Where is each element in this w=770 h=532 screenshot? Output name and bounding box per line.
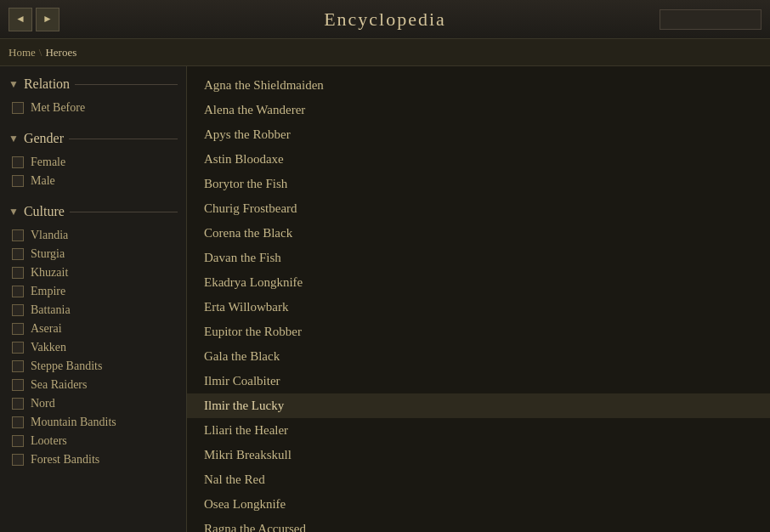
checkbox-culture-2[interactable] (12, 267, 24, 279)
hero-list-item[interactable]: Churig Frostbeard (187, 196, 770, 221)
filter-section-relation: ▼ Relation Met Before (8, 76, 178, 117)
hero-list-item[interactable]: Ragna the Accursed (187, 517, 770, 532)
filter-item-sturgia[interactable]: Sturgia (8, 245, 178, 263)
checkbox-culture-11[interactable] (12, 435, 24, 447)
page-title: Encyclopedia (324, 8, 446, 31)
filter-label-gender: Gender (24, 131, 64, 146)
checkbox-met-before[interactable] (12, 102, 24, 114)
filter-section-culture: ▼ Culture VlandiaSturgiaKhuzaitEmpireBat… (8, 204, 178, 469)
filter-sidebar: ▼ Relation Met Before ▼ Gender Female (0, 66, 187, 532)
hero-list-item[interactable]: Mikri Breakskull (187, 443, 770, 467)
filter-header-gender[interactable]: ▼ Gender (8, 131, 178, 146)
checkbox-culture-7[interactable] (12, 360, 24, 372)
breadcrumb-separator: \ (39, 46, 42, 59)
checkbox-culture-3[interactable] (12, 286, 24, 297)
checkbox-female[interactable] (12, 156, 24, 168)
divider-culture (70, 212, 178, 212)
chevron-down-icon: ▼ (8, 78, 19, 91)
hero-list-item[interactable]: Erta Willowbark (187, 295, 770, 320)
main-content: ▼ Relation Met Before ▼ Gender Female (0, 66, 770, 532)
back-button[interactable]: ◄ (8, 8, 32, 31)
hero-list-item[interactable]: Lliari the Healer (187, 418, 770, 443)
filter-item-nord[interactable]: Nord (8, 394, 178, 413)
checkbox-culture-6[interactable] (12, 342, 24, 354)
filter-label-male: Male (31, 174, 55, 188)
chevron-down-icon-culture: ▼ (8, 206, 19, 218)
filter-item-vakken[interactable]: Vakken (8, 338, 178, 357)
checkbox-culture-4[interactable] (12, 304, 24, 316)
filter-item-khuzait[interactable]: Khuzait (8, 263, 178, 282)
filter-header-relation[interactable]: ▼ Relation (8, 76, 178, 92)
filter-item-male[interactable]: Male (8, 172, 178, 190)
filter-item-steppe-bandits[interactable]: Steppe Bandits (8, 357, 178, 376)
checkbox-culture-9[interactable] (12, 398, 24, 410)
filter-item-battania[interactable]: Battania (8, 301, 178, 320)
culture-filter-list: VlandiaSturgiaKhuzaitEmpireBattaniaAsera… (8, 226, 178, 469)
hero-list-item[interactable]: Gala the Black (187, 344, 770, 369)
forward-button[interactable]: ► (36, 8, 59, 31)
nav-arrows: ◄ ► (8, 8, 59, 31)
hero-list-item[interactable]: Ilmir the Lucky (187, 393, 770, 418)
checkbox-culture-0[interactable] (12, 229, 24, 241)
checkbox-culture-1[interactable] (12, 248, 24, 260)
checkbox-culture-8[interactable] (12, 379, 24, 391)
checkbox-culture-5[interactable] (12, 323, 24, 335)
breadcrumb-current: Heroes (45, 46, 76, 59)
hero-list-item[interactable]: Borytor the Fish (187, 172, 770, 196)
hero-list-item[interactable]: Astin Bloodaxe (187, 147, 770, 172)
chevron-down-icon-gender: ▼ (8, 133, 19, 145)
hero-list-item[interactable]: Davan the Fish (187, 246, 770, 270)
filter-label-met-before: Met Before (31, 101, 85, 115)
filter-item-looters[interactable]: Looters (8, 432, 178, 450)
checkbox-culture-12[interactable] (12, 454, 24, 466)
breadcrumb-home[interactable]: Home (8, 46, 36, 59)
hero-list-item[interactable]: Ekadrya Longknife (187, 270, 770, 295)
hero-list-item[interactable]: Agna the Shieldmaiden (187, 73, 770, 98)
search-input[interactable] (660, 9, 762, 30)
hero-list-item[interactable]: Eupitor the Robber (187, 320, 770, 344)
filter-item-empire[interactable]: Empire (8, 282, 178, 301)
filter-section-gender: ▼ Gender Female Male (8, 131, 178, 190)
hero-list-item[interactable]: Apys the Robber (187, 122, 770, 147)
divider (75, 84, 178, 85)
filter-item-aserai[interactable]: Aserai (8, 320, 178, 338)
filter-item-female[interactable]: Female (8, 153, 178, 172)
filter-item-mountain-bandits[interactable]: Mountain Bandits (8, 413, 178, 432)
hero-list: Agna the ShieldmaidenAlena the WandererA… (187, 66, 770, 532)
hero-list-item[interactable]: Corena the Black (187, 221, 770, 246)
filter-item-forest-bandits[interactable]: Forest Bandits (8, 450, 178, 469)
checkbox-culture-10[interactable] (12, 416, 24, 428)
filter-item-sea-raiders[interactable]: Sea Raiders (8, 376, 178, 394)
hero-list-item[interactable]: Osea Longknife (187, 492, 770, 517)
hero-list-item[interactable]: Nal the Red (187, 467, 770, 492)
filter-item-met-before[interactable]: Met Before (8, 99, 178, 117)
hero-list-item[interactable]: Ilmir Coalbiter (187, 369, 770, 393)
filter-label-relation: Relation (24, 76, 70, 92)
filter-label-female: Female (31, 156, 65, 169)
divider-gender (69, 139, 178, 139)
filter-label-culture: Culture (24, 204, 65, 219)
header: ◄ ► Encyclopedia (0, 0, 770, 39)
filter-item-vlandia[interactable]: Vlandia (8, 226, 178, 245)
hero-list-item[interactable]: Alena the Wanderer (187, 98, 770, 122)
breadcrumb: Home \ Heroes (0, 39, 770, 66)
checkbox-male[interactable] (12, 175, 24, 187)
filter-header-culture[interactable]: ▼ Culture (8, 204, 178, 219)
